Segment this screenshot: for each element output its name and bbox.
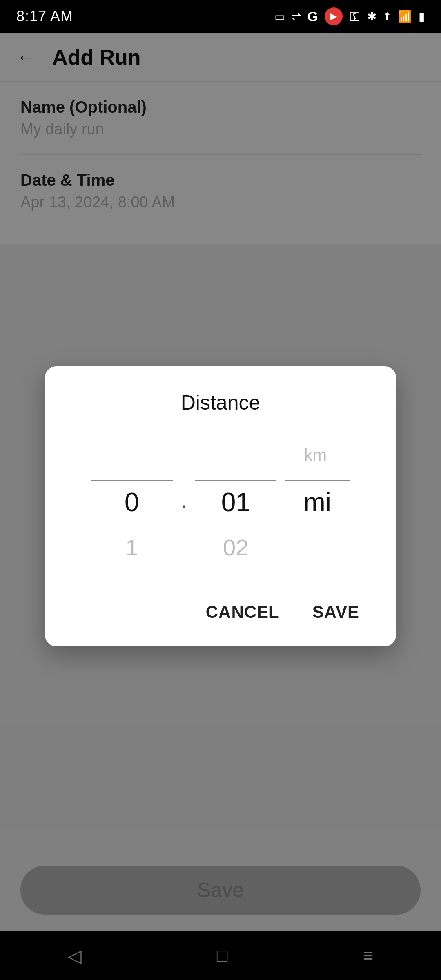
key-icon: ⚿ — [349, 10, 361, 23]
bluetooth-icon: ✱ — [367, 10, 376, 23]
wifi-icon: 📶 — [398, 10, 412, 23]
cast-icon: ⇌ — [292, 10, 301, 23]
status-bar: 8:17 AM ▭ ⇌ G ▶ ⚿ ✱ ⬆ 📶 ▮ — [0, 0, 441, 33]
picker-line-top-dec — [195, 480, 276, 481]
dec-item-above — [191, 435, 281, 480]
picker-line-top-int — [91, 480, 173, 481]
dialog-title: Distance — [61, 391, 380, 414]
unit-item-above: km — [281, 435, 354, 480]
app-background: ← Add Run Name (Optional) My daily run D… — [0, 33, 441, 980]
picker-line-bottom-unit — [285, 526, 350, 526]
rec-icon: ▶ — [325, 7, 343, 25]
battery-icon: ▮ — [419, 10, 425, 23]
video-cam-icon: ▭ — [274, 10, 285, 23]
cancel-button[interactable]: CANCEL — [198, 598, 288, 626]
status-time: 8:17 AM — [16, 8, 73, 25]
integer-picker-column[interactable]: 0 1 — [87, 435, 177, 570]
picker-line-bottom-int — [91, 526, 173, 526]
data-icon: ⬆ — [383, 11, 391, 22]
dec-item-below[interactable]: 02 — [191, 525, 281, 570]
int-item-below[interactable]: 1 — [87, 525, 177, 570]
save-button[interactable]: SAVE — [304, 598, 368, 626]
unit-item-selected[interactable]: mi — [281, 480, 354, 525]
unit-item-below — [281, 525, 354, 570]
picker-line-top-unit — [285, 480, 350, 481]
decimal-dot: . — [177, 488, 191, 517]
picker-line-bottom-dec — [195, 526, 276, 526]
int-item-above — [87, 435, 177, 480]
dialog-buttons: CANCEL SAVE — [61, 582, 380, 626]
picker-area[interactable]: 0 1 . 01 02 km mi — [61, 435, 380, 570]
dec-item-selected[interactable]: 01 — [191, 480, 281, 525]
int-item-selected[interactable]: 0 — [87, 480, 177, 525]
decimal-picker-column[interactable]: 01 02 — [191, 435, 281, 570]
distance-dialog: Distance 0 1 . 01 02 — [45, 366, 396, 646]
status-icons: ▭ ⇌ G ▶ ⚿ ✱ ⬆ 📶 ▮ — [274, 7, 425, 25]
unit-picker-column[interactable]: km mi — [281, 435, 354, 570]
g-icon: G — [307, 9, 318, 24]
